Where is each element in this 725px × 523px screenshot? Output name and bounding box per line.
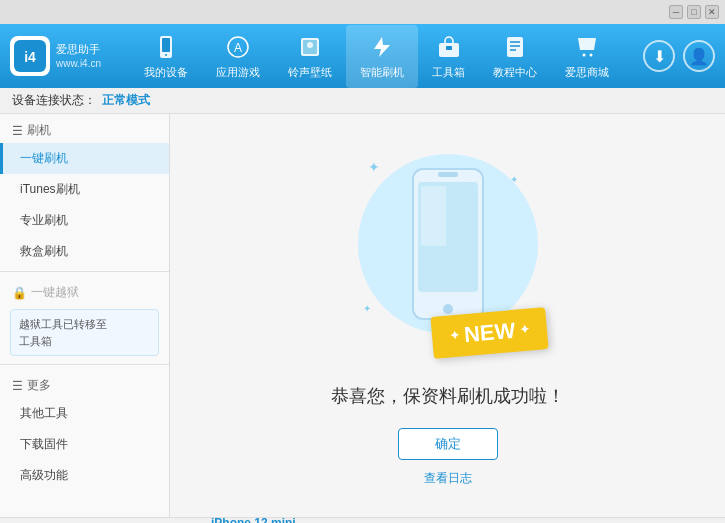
nav-items: 我的设备 A 应用游戏 铃声壁纸 xyxy=(110,25,643,88)
svg-rect-22 xyxy=(421,186,446,246)
sidebar-divider-2 xyxy=(0,364,169,365)
svg-rect-20 xyxy=(438,172,458,177)
nav-item-ringtone[interactable]: 铃声壁纸 xyxy=(274,25,346,88)
nav-item-toolbox[interactable]: 工具箱 xyxy=(418,25,479,88)
nav-item-tutorial[interactable]: 教程中心 xyxy=(479,25,551,88)
bottom-bar: 自动检测 跳过向导 📱 iPhone 12 mini 64GB Down-12m… xyxy=(0,517,725,523)
device-info: iPhone 12 mini 64GB Down-12mini-13.1 xyxy=(211,516,296,524)
more-section-icon: ☰ xyxy=(12,379,23,393)
sidebar-item-pro-flash[interactable]: 专业刷机 xyxy=(0,205,169,236)
tutorial-icon xyxy=(501,33,529,61)
svg-point-21 xyxy=(443,304,453,314)
logo-area: i4 爱思助手 www.i4.cn xyxy=(10,36,110,76)
sidebar-item-itunes-flash[interactable]: iTunes刷机 xyxy=(0,174,169,205)
flash-section-icon: ☰ xyxy=(12,124,23,138)
sidebar-item-rescue-flash[interactable]: 救盒刷机 xyxy=(0,236,169,267)
lock-icon: 🔒 xyxy=(12,286,27,300)
sidebar-info-box: 越狱工具已转移至 工具箱 xyxy=(10,309,159,356)
svg-point-4 xyxy=(165,54,167,56)
sparkle-3: ✦ xyxy=(363,303,371,314)
nav-right-actions: ⬇ 👤 xyxy=(643,40,715,72)
navbar: i4 爱思助手 www.i4.cn 我的设备 A xyxy=(0,24,725,88)
sparkle-2: ✦ xyxy=(510,174,518,185)
logo-text: 爱思助手 www.i4.cn xyxy=(56,42,101,69)
close-btn[interactable]: ✕ xyxy=(705,5,719,19)
svg-text:i4: i4 xyxy=(24,49,36,65)
sidebar-item-onekey-flash[interactable]: 一键刷机 xyxy=(0,143,169,174)
sidebar-item-other-tools[interactable]: 其他工具 xyxy=(0,398,169,429)
nav-item-mydevice[interactable]: 我的设备 xyxy=(130,25,202,88)
download-btn[interactable]: ⬇ xyxy=(643,40,675,72)
apps-icon: A xyxy=(224,33,252,61)
daily-log-link[interactable]: 查看日志 xyxy=(424,470,472,487)
sidebar-section-more: ☰ 更多 xyxy=(0,369,169,398)
ringtone-icon xyxy=(296,33,324,61)
logo-icon: i4 xyxy=(10,36,50,76)
success-illustration: ✦ ✦ ✦ NEW xyxy=(348,144,548,364)
svg-rect-3 xyxy=(162,38,170,52)
titlebar: ─ □ ✕ xyxy=(0,0,725,24)
bottom-left: 自动检测 跳过向导 📱 iPhone 12 mini 64GB Down-12m… xyxy=(12,516,366,524)
confirm-button[interactable]: 确定 xyxy=(398,428,498,460)
svg-rect-12 xyxy=(507,37,523,57)
sparkle-1: ✦ xyxy=(368,159,380,175)
svg-text:A: A xyxy=(234,41,242,55)
sidebar: ☰ 刷机 一键刷机 iTunes刷机 专业刷机 救盒刷机 🔒 一键越狱 越狱工具… xyxy=(0,114,170,517)
flash-icon xyxy=(368,33,396,61)
new-badge: NEW xyxy=(431,307,550,359)
svg-point-9 xyxy=(307,42,313,48)
minimize-btn[interactable]: ─ xyxy=(669,5,683,19)
phone-svg xyxy=(403,164,493,324)
status-bar: 设备连接状态： 正常模式 xyxy=(0,88,725,114)
shop-icon xyxy=(573,33,601,61)
svg-rect-11 xyxy=(446,46,452,50)
nav-item-flash[interactable]: 智能刷机 xyxy=(346,25,418,88)
sidebar-item-download-firmware[interactable]: 下载固件 xyxy=(0,429,169,460)
sidebar-item-advanced[interactable]: 高级功能 xyxy=(0,460,169,491)
mydevice-icon xyxy=(152,33,180,61)
maximize-btn[interactable]: □ xyxy=(687,5,701,19)
toolbox-icon xyxy=(435,33,463,61)
svg-point-16 xyxy=(583,53,586,56)
main-area: ☰ 刷机 一键刷机 iTunes刷机 专业刷机 救盒刷机 🔒 一键越狱 越狱工具… xyxy=(0,114,725,517)
svg-point-17 xyxy=(590,53,593,56)
sidebar-jailbreak-header: 🔒 一键越狱 xyxy=(0,276,169,305)
sidebar-divider-1 xyxy=(0,271,169,272)
user-btn[interactable]: 👤 xyxy=(683,40,715,72)
main-content: ✦ ✦ ✦ NEW 恭喜您，保资料刷机成功啦！ 确定 查看日志 xyxy=(170,114,725,517)
success-message: 恭喜您，保资料刷机成功啦！ xyxy=(331,384,565,408)
nav-item-apps[interactable]: A 应用游戏 xyxy=(202,25,274,88)
sidebar-section-flash: ☰ 刷机 xyxy=(0,114,169,143)
nav-item-shop[interactable]: 爱思商城 xyxy=(551,25,623,88)
